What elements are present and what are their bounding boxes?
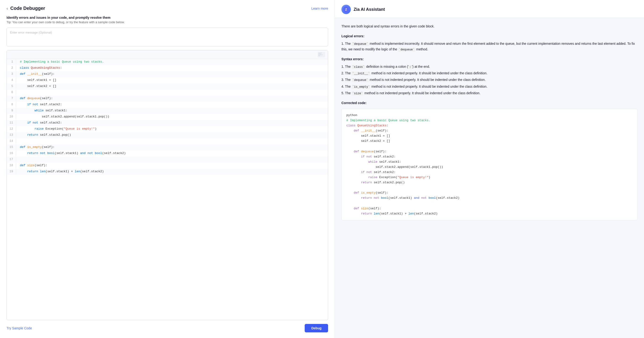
line-number: 2 [7, 65, 16, 71]
line-content: raise Exception("Queue is empty!") [16, 126, 98, 131]
line-number: 6 [7, 90, 16, 95]
svg-text:Z: Z [345, 8, 347, 11]
error-message-input[interactable] [6, 28, 328, 46]
line-content: if not self.stack2: [16, 120, 64, 125]
code-editor-header [7, 50, 328, 59]
line-number: 7 [7, 96, 16, 101]
line-number: 18 [7, 163, 16, 168]
code-body: 1 # Implementing a basic Queue using two… [7, 59, 328, 175]
line-content: def size(self): [16, 163, 49, 168]
svg-rect-4 [318, 56, 320, 56]
line-content: return not bool(self.stack1) and not boo… [16, 150, 128, 156]
line-content: return len(self.stack1) + len(self.stack… [16, 169, 106, 174]
left-panel: ‹ Code Debugger Learn more Identify erro… [0, 0, 335, 338]
code-line: 8 if not self.stack2: [7, 102, 328, 108]
subtitle-tip: Tip: You can enter your own code to debu… [6, 20, 328, 24]
code-line: 9 while self.stack1: [7, 108, 328, 114]
corrected-code-title: Corrected code: [342, 100, 638, 106]
syntax-error-item: 5. The `size` method is not indented pro… [342, 90, 638, 96]
code-ref: `class` [352, 65, 365, 69]
corrected-code-block: python # Implementing a basic Queue usin… [342, 109, 638, 220]
code-line: 12 raise Exception("Queue is empty!") [7, 126, 328, 132]
code-editor: 1 # Implementing a basic Queue using two… [6, 50, 328, 320]
line-number: 12 [7, 126, 16, 131]
syntax-error-item: 2. The `__init__` method is not indented… [342, 71, 638, 76]
try-sample-button[interactable]: Try Sample Code [6, 326, 32, 330]
syntax-error-item: 3. The `dequeue` method is not indented … [342, 77, 638, 83]
zia-intro: There are both logical and syntax errors… [342, 24, 638, 29]
line-number: 4 [7, 77, 16, 83]
code-line: 4 self.stack1 = [] [7, 77, 328, 83]
page-title: Code Debugger [10, 6, 45, 11]
line-content: if not self.stack2: [16, 102, 64, 107]
svg-rect-1 [318, 53, 322, 53]
code-ref: `dequeue` [398, 48, 415, 52]
line-number: 14 [7, 138, 16, 144]
zia-header: Z Zia AI Assistant [335, 0, 644, 18]
code-line: 17 [7, 156, 328, 163]
svg-rect-2 [318, 54, 321, 54]
code-line: 19 return len(self.stack1) + len(self.st… [7, 169, 328, 175]
code-line: 14 [7, 138, 328, 144]
code-ref: `dequeue` [352, 42, 369, 46]
line-content [16, 90, 24, 95]
subtitle-bold: Identify errors and issues in your code,… [6, 16, 328, 20]
code-ref: `__init__` [352, 72, 370, 75]
zia-content: There are both logical and syntax errors… [335, 18, 644, 226]
zia-title: Zia AI Assistant [354, 7, 385, 12]
line-number: 13 [7, 132, 16, 138]
syntax-errors-title: Syntax errors: [342, 57, 638, 62]
right-panel: Z Zia AI Assistant There are both logica… [335, 0, 644, 338]
code-line: 5 self.stack2 = [] [7, 83, 328, 90]
line-number: 10 [7, 114, 16, 119]
header: ‹ Code Debugger Learn more [6, 6, 328, 11]
line-content: return self.stack2.pop() [16, 132, 73, 138]
line-content: self.stack1 = [] [16, 77, 58, 83]
code-line: 16 return not bool(self.stack1) and not … [7, 150, 328, 156]
syntax-errors-list: 1. The `class` definition is missing a c… [342, 64, 638, 96]
line-number: 3 [7, 71, 16, 77]
learn-more-link[interactable]: Learn more [311, 7, 328, 10]
svg-rect-3 [318, 55, 323, 55]
code-icon [318, 52, 325, 57]
line-number: 8 [7, 102, 16, 107]
syntax-error-item: 4. The `is_empty` method is not indented… [342, 84, 638, 90]
logical-errors-text: 1. The `dequeue` method is implemented i… [342, 41, 638, 53]
zia-logo-icon: Z [343, 6, 350, 13]
line-content: self.stack2 = [] [16, 83, 58, 89]
line-number: 1 [7, 59, 16, 64]
line-content: class QueueUsingStacks: [16, 65, 64, 71]
code-line: 1 # Implementing a basic Queue using two… [7, 59, 328, 65]
footer-actions: Try Sample Code Debug [6, 324, 328, 332]
debug-button[interactable]: Debug [305, 324, 328, 332]
line-number: 19 [7, 169, 16, 174]
line-content: def is_empty(self): [16, 144, 56, 150]
zia-avatar: Z [342, 5, 351, 14]
back-button[interactable]: ‹ [6, 6, 8, 11]
line-number: 11 [7, 120, 16, 125]
line-number: 9 [7, 108, 16, 113]
code-line: 3 def __init__(self): [7, 71, 328, 77]
syntax-error-item: 1. The `class` definition is missing a c… [342, 64, 638, 70]
line-content: # Implementing a basic Queue using two s… [16, 59, 106, 64]
code-line: 11 if not self.stack2: [7, 120, 328, 126]
line-content: def __init__(self): [16, 71, 56, 77]
line-content [16, 156, 24, 162]
line-number: 16 [7, 150, 16, 156]
code-line: 2 class QueueUsingStacks: [7, 65, 328, 71]
code-ref: `dequeue` [352, 78, 369, 82]
code-line: 18 def size(self): [7, 163, 328, 169]
line-content: self.stack2.append(self.stack1.pop()) [16, 114, 111, 119]
code-line: 6 [7, 90, 328, 96]
code-line: 7 def dequeue(self): [7, 96, 328, 102]
code-line: 10 self.stack2.append(self.stack1.pop()) [7, 114, 328, 120]
code-ref: `size` [352, 92, 364, 95]
code-line: 13 return self.stack2.pop() [7, 132, 328, 138]
line-content [16, 138, 24, 144]
line-number: 15 [7, 144, 16, 150]
line-content: def dequeue(self): [16, 96, 54, 101]
line-number: 5 [7, 83, 16, 89]
line-number: 17 [7, 156, 16, 162]
logical-errors-title: Logical errors: [342, 34, 638, 39]
code-line: 15 def is_empty(self): [7, 144, 328, 150]
